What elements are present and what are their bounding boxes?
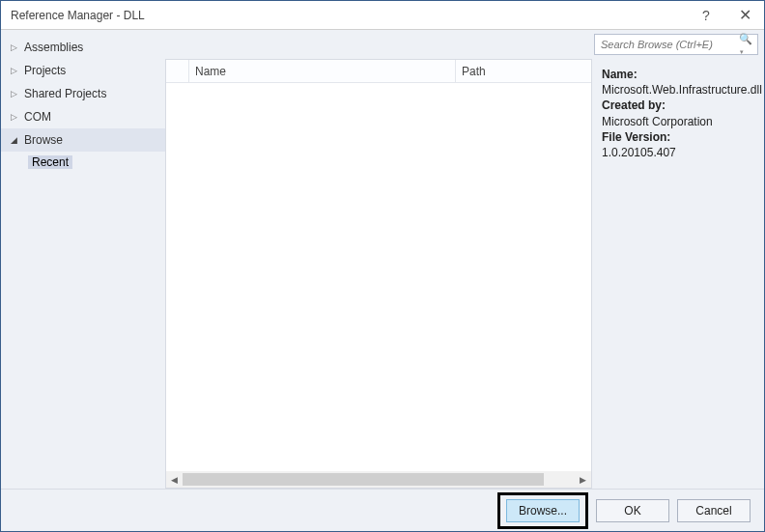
chevron-right-icon: ▷ — [9, 112, 18, 122]
browse-button-label: Browse... — [519, 504, 567, 518]
sidebar-subitem-recent[interactable]: Recent — [1, 152, 165, 173]
sidebar-item-label: Projects — [24, 64, 66, 77]
sidebar-item-label: Shared Projects — [24, 87, 106, 100]
column-checkbox[interactable] — [166, 60, 189, 82]
details-version-label: File Version: — [602, 130, 670, 144]
chevron-right-icon: ▷ — [9, 42, 18, 52]
list-header: Name Path — [166, 60, 591, 83]
sidebar-item-shared-projects[interactable]: ▷ Shared Projects — [1, 82, 165, 105]
search-icon[interactable]: 🔍▾ — [737, 33, 753, 57]
sidebar-item-label: Browse — [24, 133, 63, 147]
search-input[interactable] — [599, 38, 737, 51]
reference-manager-dialog: Reference Manager - DLL ? ✕ ▷ Assemblies… — [0, 0, 765, 532]
column-name-label: Name — [195, 65, 226, 78]
titlebar: Reference Manager - DLL ? ✕ — [1, 1, 764, 30]
cancel-button-label: Cancel — [695, 504, 731, 518]
ok-button-label: OK — [624, 504, 640, 518]
column-path[interactable]: Path — [456, 60, 591, 82]
details-created-value: Microsoft Corporation — [602, 114, 756, 129]
details-created-label: Created by: — [602, 98, 666, 112]
browse-button[interactable]: Browse... — [506, 499, 580, 522]
sidebar-item-label: Assemblies — [24, 41, 83, 54]
horizontal-scrollbar[interactable]: ◀ ▶ — [166, 471, 591, 488]
search-row: 🔍▾ — [165, 30, 764, 59]
sidebar: ▷ Assemblies ▷ Projects ▷ Shared Project… — [1, 30, 165, 489]
chevron-down-icon: ◢ — [9, 135, 18, 145]
scroll-track[interactable] — [183, 471, 575, 488]
help-button[interactable]: ? — [687, 1, 725, 30]
cancel-button[interactable]: Cancel — [677, 499, 751, 522]
browse-highlight: Browse... — [497, 492, 588, 529]
results-list: Name Path ◀ ▶ — [165, 59, 592, 489]
details-name-value: Microsoft.Web.Infrastructure.dll — [602, 82, 756, 98]
dialog-title: Reference Manager - DLL — [11, 9, 687, 22]
search-box[interactable]: 🔍▾ — [594, 34, 758, 55]
sidebar-subitem-label: Recent — [28, 155, 72, 169]
list-body — [166, 83, 591, 471]
ok-button[interactable]: OK — [596, 499, 669, 522]
chevron-right-icon: ▷ — [9, 89, 18, 98]
details-pane: Name: Microsoft.Web.Infrastructure.dll C… — [592, 59, 764, 489]
close-button[interactable]: ✕ — [725, 1, 764, 30]
sidebar-item-browse[interactable]: ◢ Browse — [1, 128, 165, 152]
sidebar-item-projects[interactable]: ▷ Projects — [1, 59, 165, 82]
sidebar-item-assemblies[interactable]: ▷ Assemblies — [1, 36, 165, 59]
scroll-thumb[interactable] — [183, 473, 544, 486]
details-version-value: 1.0.20105.407 — [602, 145, 756, 160]
sidebar-item-com[interactable]: ▷ COM — [1, 105, 165, 128]
close-icon: ✕ — [739, 6, 751, 24]
chevron-right-icon: ▷ — [9, 66, 18, 75]
dialog-footer: Browse... OK Cancel — [1, 489, 764, 531]
column-path-label: Path — [462, 65, 486, 78]
column-name[interactable]: Name — [189, 60, 456, 82]
details-name-label: Name: — [602, 68, 638, 81]
scroll-left-icon[interactable]: ◀ — [166, 471, 183, 488]
sidebar-item-label: COM — [24, 110, 51, 124]
scroll-right-icon[interactable]: ▶ — [575, 471, 591, 488]
